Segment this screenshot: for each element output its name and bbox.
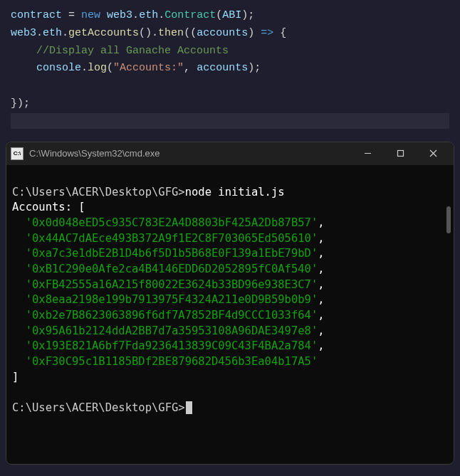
account-line: '0x44AC7dAEce493B372A9f1E2C8F703065Ed505… [12,231,448,247]
cmd-icon: C:\ [11,147,23,160]
close-icon [429,149,437,157]
terminal-cursor [186,401,192,414]
code-line [11,78,449,95]
account-line: '0xB1C290e0Afe2ca4B4146EDD6D2052895fC0Af… [12,262,448,277]
close-button[interactable] [417,142,449,165]
maximize-icon [397,149,404,157]
code-line: }); [11,95,449,113]
terminal-title: C:\Windows\System32\cmd.exe [29,148,351,159]
minimize-icon [364,149,372,157]
output-header-line: Accounts: [ [12,200,448,216]
blank-line [12,385,448,401]
account-line: '0x8eaa2198e199b7913975F4324A211e0D9B59b… [12,292,448,308]
prompt-text: C:\Users\ACER\Desktop\GFG> [12,186,185,199]
code-editor[interactable]: contract = new web3.eth.Contract(ABI);we… [0,0,460,136]
svg-rect-1 [397,151,403,157]
command-text: node initial.js [185,186,285,199]
terminal-prompt-current: C:\Users\ACER\Desktop\GFG> [12,401,448,416]
code-line: contract = new web3.eth.Contract(ABI); [11,7,449,25]
editor-cursor-line [11,113,449,129]
terminal-window: C:\ C:\Windows\System32\cmd.exe C:\Users… [6,142,454,465]
code-line: //Display all Ganache Accounts [11,43,449,60]
minimize-button[interactable] [351,142,384,165]
bracket-close: ] [12,370,448,386]
terminal-scrollbar[interactable] [446,206,451,233]
code-line: console.log("Accounts:", accounts); [11,60,449,78]
terminal-body[interactable]: C:\Users\ACER\Desktop\GFG>node initial.j… [6,165,454,464]
account-line: '0xFB42555a16A215f80022E3624b33BD96e938E… [12,277,448,293]
account-line: '0xb2e7B8623063896f6df7A7852BF4d9CCC1033… [12,308,448,324]
code-block: contract = new web3.eth.Contract(ABI);we… [11,7,449,113]
terminal-command-line: C:\Users\ACER\Desktop\GFG>node initial.j… [12,185,448,201]
code-line: web3.eth.getAccounts().then((accounts) =… [11,25,449,43]
account-line: '0x193E821A6bf7Fda9236413839C09C43F4BA2a… [12,339,448,354]
account-line: '0xa7c3e1dbE2B1D4b6f5D1b5B68E0F139a1EbE7… [12,246,448,262]
account-line: '0x95A61b2124ddA2BB7d7a35953108A96DAE349… [12,324,448,339]
window-controls [351,142,449,165]
accounts-output: '0x0d048eED5c935C783E2A4D8803bF425A2Db87… [12,216,448,370]
terminal-titlebar[interactable]: C:\ C:\Windows\System32\cmd.exe [6,142,454,165]
account-line: '0xF30C95c1B1185BDf2BE879682D456b3Ea04b1… [12,354,448,370]
maximize-button[interactable] [384,142,417,165]
account-line: '0x0d048eED5c935C783E2A4D8803bF425A2Db87… [12,216,448,231]
